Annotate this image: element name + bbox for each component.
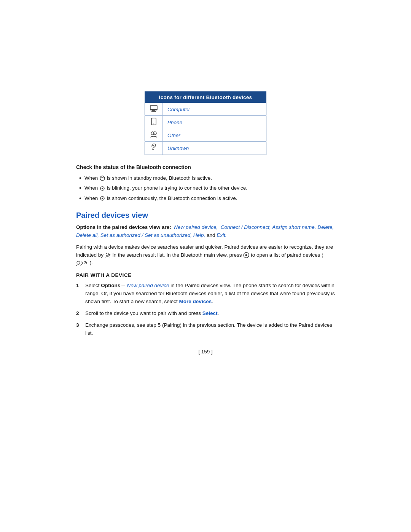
svg-point-16 xyxy=(106,253,108,256)
options-paragraph: Options in the paired devices view are: … xyxy=(76,224,335,240)
check-status-bullets: When is shown in standby mode, Bluetooth… xyxy=(76,173,335,203)
menu-button-icon xyxy=(243,252,249,258)
svg-point-19 xyxy=(245,254,247,256)
options-and: and xyxy=(207,232,217,238)
computer-icon-cell xyxy=(145,103,163,116)
step-num-2: 2 xyxy=(76,310,81,318)
step-text-3: Exchange passcodes, see step 5 (Pairing)… xyxy=(85,321,335,337)
step-text-1: Select Options→ New paired device in the… xyxy=(85,282,335,306)
page-number: [ 159 ] xyxy=(76,349,335,355)
other-label: Other xyxy=(163,129,266,142)
active-icon xyxy=(99,195,105,201)
paired-indicator-icon xyxy=(105,252,111,258)
table-header: Icons for different Bluetooth devices xyxy=(145,92,266,103)
svg-rect-5 xyxy=(153,119,155,119)
pair-with-device-heading: PAIR WITH A DEVICE xyxy=(76,272,335,278)
unknown-label: Unknown xyxy=(163,142,266,155)
table-row: Computer xyxy=(145,103,266,116)
new-paired-device-link: New paired device xyxy=(127,283,169,288)
standby-icon xyxy=(99,175,105,181)
bullet-item: When is blinking, your phone is trying t… xyxy=(78,183,335,193)
body-paragraph: Pairing with a device makes device searc… xyxy=(76,243,335,267)
other-icon xyxy=(150,131,158,138)
bullet-item: When is shown continuously, the Bluetoot… xyxy=(78,193,335,203)
numbered-steps: 1 Select Options→ New paired device in t… xyxy=(76,282,335,337)
unknown-icon-cell: ? xyxy=(145,142,163,155)
section-title: Paired devices view xyxy=(76,211,335,220)
svg-point-8 xyxy=(153,132,156,135)
step-num-1: 1 xyxy=(76,282,81,306)
check-status-section: Check the status of the Bluetooth connec… xyxy=(76,164,335,203)
blinking-icon xyxy=(99,185,105,192)
svg-point-20 xyxy=(77,261,80,264)
unknown-icon: ? xyxy=(150,144,157,151)
svg-point-13 xyxy=(102,188,103,189)
step-1: 1 Select Options→ New paired device in t… xyxy=(76,282,335,306)
options-exit: Exit. xyxy=(217,232,226,238)
step-2: 2 Scroll to the device you want to pair … xyxy=(76,310,335,318)
phone-icon-cell xyxy=(145,116,163,129)
phone-icon xyxy=(151,118,156,125)
table-row: ? Unknown xyxy=(145,142,266,155)
table-row: Other xyxy=(145,129,266,142)
svg-rect-3 xyxy=(151,111,156,112)
page-content: Icons for different Bluetooth devices Co… xyxy=(76,0,335,532)
options-bold: Options xyxy=(101,283,120,288)
svg-point-15 xyxy=(102,198,103,199)
check-status-heading: Check the status of the Bluetooth connec… xyxy=(76,164,335,170)
step-3: 3 Exchange passcodes, see step 5 (Pairin… xyxy=(76,321,335,337)
svg-point-6 xyxy=(153,124,154,125)
other-icon-cell xyxy=(145,129,163,142)
select-link: Select xyxy=(202,310,218,316)
svg-rect-2 xyxy=(152,110,155,111)
table-row: Phone xyxy=(145,116,266,129)
options-bold-prefix: Options in the paired devices view are: xyxy=(76,224,171,230)
paired-devices-icon xyxy=(76,260,88,266)
bullet-item: When is shown in standby mode, Bluetooth… xyxy=(78,173,335,183)
phone-label: Phone xyxy=(163,116,266,129)
step-text-2: Scroll to the device you want to pair wi… xyxy=(85,310,335,318)
more-devices-link: More devices xyxy=(179,299,212,304)
computer-label: Computer xyxy=(163,103,266,116)
step-num-3: 3 xyxy=(76,321,81,337)
svg-point-22 xyxy=(85,262,86,263)
svg-point-10 xyxy=(153,149,154,150)
computer-icon xyxy=(150,105,158,112)
svg-rect-1 xyxy=(150,109,157,110)
bluetooth-icons-table: Icons for different Bluetooth devices Co… xyxy=(145,91,266,155)
